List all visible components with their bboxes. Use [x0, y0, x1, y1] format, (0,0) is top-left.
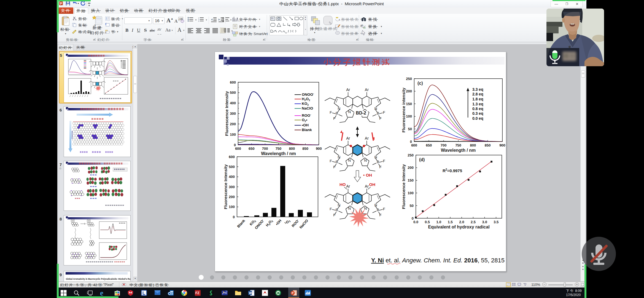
svg-text:Ar: Ar [346, 184, 350, 188]
svg-text:Fluorescence Intensity: Fluorescence Intensity [223, 164, 228, 209]
svg-text:900: 900 [499, 143, 505, 147]
svg-text:R2=0.9975: R2=0.9975 [443, 168, 462, 173]
svg-text:•OH: •OH [275, 219, 282, 226]
svg-text:Fluorescence Intensity: Fluorescence Intensity [224, 91, 229, 136]
svg-text:F: F [330, 159, 332, 163]
svg-text:ONOO-: ONOO- [254, 218, 265, 230]
svg-text:Ar: Ar [365, 136, 369, 140]
svg-text:1.0: 1.0 [436, 220, 441, 224]
svg-text:N: N [348, 206, 351, 211]
svg-text:0.8 eq: 0.8 eq [472, 107, 483, 111]
svg-text:B: B [377, 160, 379, 164]
svg-text:Fluorescence Intensity: Fluorescence Intensity [401, 164, 406, 209]
svg-text:800: 800 [470, 143, 476, 147]
svg-text:50: 50 [410, 204, 414, 208]
svg-text:NaClO: NaClO [302, 106, 313, 110]
svg-text:N: N [374, 155, 377, 159]
svg-text:B: B [336, 208, 338, 212]
svg-text:B: B [377, 208, 379, 212]
svg-text:F: F [379, 213, 382, 217]
svg-text:ONOO-: ONOO- [302, 92, 314, 97]
svg-text:800: 800 [289, 147, 295, 151]
svg-text:100: 100 [406, 114, 412, 118]
svg-text:2.5: 2.5 [471, 220, 476, 224]
svg-text:(c): (c) [417, 81, 423, 86]
svg-text:F: F [379, 165, 382, 169]
svg-text:Wavelength / nm: Wavelength / nm [441, 148, 476, 153]
svg-text:N: N [338, 203, 340, 207]
svg-text:FZ: FZ [195, 291, 200, 295]
svg-text:500: 500 [230, 91, 236, 95]
svg-text:300: 300 [230, 111, 236, 116]
svg-text:N: N [374, 203, 377, 207]
svg-text:N: N [338, 107, 340, 111]
svg-text:Blank: Blank [236, 218, 246, 228]
svg-text:N: N [338, 155, 340, 159]
svg-text:0: 0 [233, 215, 235, 219]
svg-text:850: 850 [302, 147, 308, 151]
svg-text:600: 600 [229, 155, 235, 159]
svg-text:650: 650 [249, 147, 255, 151]
svg-text:F: F [383, 159, 385, 163]
svg-text:Ar: Ar [346, 87, 350, 92]
svg-text:1.8 eq: 1.8 eq [472, 97, 483, 101]
svg-text:850: 850 [485, 143, 491, 147]
svg-text:N: N [348, 110, 351, 114]
svg-text:150: 150 [406, 102, 412, 106]
svg-text:750: 750 [455, 143, 461, 147]
svg-text:400: 400 [230, 101, 236, 105]
svg-text:600: 600 [411, 143, 417, 147]
svg-text:N: N [374, 107, 377, 111]
svg-text:100: 100 [408, 191, 414, 195]
svg-text:P: P [292, 292, 294, 295]
svg-text:Y. Ni et. al. Angew. Chem. Int: Y. Ni et. al. Angew. Chem. Int. Ed. 2016… [371, 257, 505, 264]
svg-text:3: 3 [198, 20, 199, 22]
svg-text:OH: OH [369, 182, 376, 187]
svg-text:Blank: Blank [302, 128, 312, 132]
svg-text:Ar: Ar [346, 136, 350, 140]
svg-text:200: 200 [230, 122, 236, 126]
svg-text:600: 600 [235, 147, 241, 151]
svg-text:2.0: 2.0 [459, 220, 464, 224]
svg-text:0.0 eq: 0.0 eq [472, 116, 483, 121]
svg-text:F: F [330, 110, 332, 115]
svg-text:(d): (d) [419, 157, 425, 162]
svg-text:650: 650 [426, 143, 432, 147]
svg-text:N: N [348, 158, 351, 163]
svg-text:F: F [379, 116, 382, 121]
svg-text:200: 200 [408, 166, 414, 170]
svg-text:F: F [383, 207, 385, 211]
svg-text:700: 700 [262, 147, 268, 151]
svg-text:Fluorescence intensity: Fluorescence intensity [401, 87, 406, 132]
svg-text:0.3 eq: 0.3 eq [472, 111, 483, 116]
svg-text:700: 700 [441, 143, 447, 147]
svg-text:0.5: 0.5 [425, 220, 430, 224]
svg-text:900: 900 [316, 147, 322, 151]
svg-text:F: F [333, 165, 335, 169]
svg-text:F: F [383, 110, 385, 115]
svg-text:400: 400 [229, 175, 235, 179]
svg-text:300: 300 [229, 185, 235, 189]
svg-text:250: 250 [406, 77, 412, 81]
svg-text:100: 100 [230, 132, 236, 137]
svg-text:3.5: 3.5 [494, 220, 499, 224]
svg-text:Ar: Ar [365, 184, 369, 188]
svg-text:600: 600 [230, 80, 236, 84]
svg-text:H2O2: H2O2 [265, 219, 274, 228]
svg-text:B: B [377, 111, 379, 115]
svg-text:3.0: 3.0 [482, 220, 487, 224]
svg-text:250: 250 [408, 153, 414, 157]
svg-text:ab: ab [360, 24, 363, 27]
svg-text:W: W [249, 291, 252, 295]
svg-text:HO: HO [339, 182, 346, 187]
svg-text:500: 500 [229, 165, 235, 169]
svg-text:1.5: 1.5 [448, 220, 453, 224]
svg-text:B: B [336, 160, 338, 164]
svg-text:F: F [330, 207, 332, 211]
svg-text:ROO-: ROO- [302, 113, 311, 118]
svg-text:2.8 eq: 2.8 eq [472, 92, 483, 96]
svg-text:N: N [364, 158, 367, 163]
svg-text:100: 100 [229, 205, 235, 209]
svg-text:Ar: Ar [365, 87, 369, 92]
svg-text:Equivalent of hydroxy radical: Equivalent of hydroxy radical [428, 225, 489, 229]
